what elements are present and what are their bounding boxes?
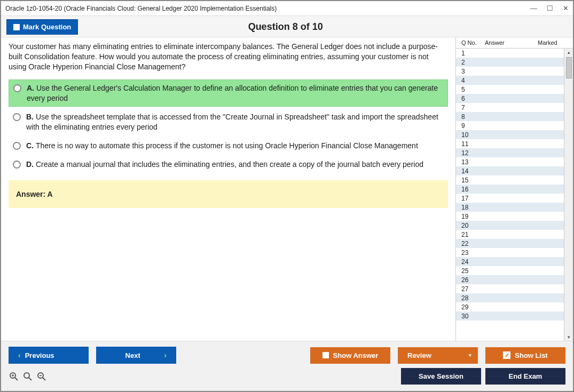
question-list-row[interactable]: 21 [456, 230, 564, 239]
main-column: Your customer has many eliminating entri… [1, 37, 455, 341]
zoom-out-icon[interactable] [36, 371, 47, 382]
next-label: Next [106, 351, 160, 359]
option-c[interactable]: C. There is no way to automate this proc… [9, 138, 448, 154]
square-icon [323, 352, 329, 358]
chevron-left-icon: ‹ [18, 351, 21, 359]
question-list-row[interactable]: 9 [456, 121, 564, 130]
scroll-down-icon[interactable]: ▾ [568, 333, 570, 341]
question-list-row[interactable]: 26 [456, 275, 564, 284]
end-exam-button[interactable]: End Exam [485, 368, 565, 385]
options-list: A. Use the General Ledger's Calculation … [9, 79, 448, 173]
next-button[interactable]: Next › [96, 347, 176, 364]
body-area: Your customer has many eliminating entri… [1, 37, 573, 341]
checkbox-icon [13, 24, 20, 30]
question-list-row[interactable]: 12 [456, 148, 564, 157]
scroll-up-icon[interactable]: ▴ [568, 49, 570, 56]
question-list-row[interactable]: 3 [456, 67, 564, 76]
question-list-row[interactable]: 13 [456, 157, 564, 166]
scrollbar[interactable]: ▴ ▾ [564, 49, 573, 341]
question-list-row[interactable]: 29 [456, 302, 564, 311]
question-list-row[interactable]: 6 [456, 94, 564, 103]
previous-label: Previous [25, 351, 54, 359]
option-text: D. Create a manual journal that includes… [26, 159, 423, 170]
svg-line-7 [43, 378, 45, 380]
footer-row-2: Save Session End Exam [9, 368, 565, 385]
question-list-row[interactable]: 23 [456, 248, 564, 257]
question-list-row[interactable]: 2 [456, 58, 564, 67]
question-list-row[interactable]: 28 [456, 293, 564, 302]
col-qno: Q No. [461, 39, 485, 46]
question-list-wrap: 1234567891011121314151617181920212223242… [456, 49, 573, 341]
minimize-icon[interactable]: — [530, 4, 537, 12]
review-label: Review [407, 351, 431, 359]
question-list-row[interactable]: 11 [456, 139, 564, 148]
radio-icon[interactable] [13, 142, 21, 150]
mark-question-label: Mark Question [23, 23, 71, 31]
radio-icon[interactable] [13, 161, 21, 169]
question-list-row[interactable]: 18 [456, 203, 564, 212]
review-button[interactable]: Review ▾ [398, 347, 478, 364]
question-list-row[interactable]: 14 [456, 166, 564, 175]
question-list-row[interactable]: 19 [456, 212, 564, 221]
question-list-row[interactable]: 25 [456, 266, 564, 275]
question-list-row[interactable]: 4 [456, 76, 564, 85]
save-session-button[interactable]: Save Session [401, 368, 481, 385]
option-text: C. There is no way to automate this proc… [26, 141, 418, 151]
question-list[interactable]: 1234567891011121314151617181920212223242… [456, 49, 564, 341]
mark-question-button[interactable]: Mark Question [6, 19, 78, 35]
question-list-row[interactable]: 15 [456, 175, 564, 185]
zoom-in-icon[interactable] [9, 371, 19, 382]
app-window: Oracle 1z0-1054-20 (Oracle Financials Cl… [0, 0, 574, 392]
question-list-row[interactable]: 5 [456, 85, 564, 94]
radio-icon[interactable] [13, 113, 21, 121]
question-list-row[interactable]: 24 [456, 257, 564, 266]
question-list-row[interactable]: 16 [456, 185, 564, 194]
question-list-row[interactable]: 30 [456, 311, 564, 321]
zoom-reset-icon[interactable] [22, 371, 33, 382]
window-title: Oracle 1z0-1054-20 (Oracle Financials Cl… [5, 5, 530, 12]
footer-row-1: ‹ Previous Next › Show Answer Review ▾ ✓… [9, 347, 565, 364]
option-text: A. Use the General Ledger's Calculation … [27, 83, 443, 103]
end-exam-label: End Exam [509, 372, 542, 380]
col-answer: Answer [485, 39, 538, 46]
question-list-row[interactable]: 7 [456, 103, 564, 112]
question-list-row[interactable]: 10 [456, 130, 564, 139]
svg-point-4 [24, 373, 29, 378]
svg-line-1 [15, 378, 18, 380]
answer-box: Answer: A [9, 180, 448, 208]
show-list-label: Show List [515, 351, 547, 359]
question-list-row[interactable]: 22 [456, 239, 564, 248]
caret-down-icon: ▾ [469, 353, 471, 358]
close-icon[interactable]: ✕ [563, 4, 569, 12]
question-list-header: Q No. Answer Marked [456, 37, 573, 49]
question-list-row[interactable]: 20 [456, 221, 564, 230]
question-list-row[interactable]: 17 [456, 194, 564, 203]
radio-icon[interactable] [13, 84, 21, 92]
question-counter: Question 8 of 10 [78, 21, 493, 33]
question-list-row[interactable]: 27 [456, 284, 564, 293]
titlebar: Oracle 1z0-1054-20 (Oracle Financials Cl… [1, 1, 573, 16]
header-row: Mark Question Question 8 of 10 [1, 16, 573, 37]
question-text: Your customer has many eliminating entri… [9, 42, 448, 72]
scroll-thumb[interactable] [566, 57, 572, 78]
save-session-label: Save Session [419, 372, 463, 380]
option-text: B. Use the spreadsheet template that is … [26, 112, 444, 132]
svg-line-5 [29, 378, 32, 380]
show-answer-label: Show Answer [333, 351, 379, 359]
option-b[interactable]: B. Use the spreadsheet template that is … [9, 109, 448, 135]
maximize-icon[interactable]: ☐ [547, 4, 553, 12]
chevron-right-icon: › [164, 351, 167, 359]
previous-button[interactable]: ‹ Previous [9, 347, 89, 364]
footer: ‹ Previous Next › Show Answer Review ▾ ✓… [1, 341, 573, 391]
question-list-row[interactable]: 8 [456, 112, 564, 121]
window-controls: — ☐ ✕ [530, 4, 569, 12]
question-list-row[interactable]: 1 [456, 49, 564, 58]
question-list-panel: Q No. Answer Marked 12345678910111213141… [455, 37, 573, 341]
check-icon: ✓ [503, 351, 510, 359]
zoom-controls [9, 371, 47, 382]
option-a[interactable]: A. Use the General Ledger's Calculation … [9, 79, 448, 107]
option-d[interactable]: D. Create a manual journal that includes… [9, 156, 448, 173]
show-list-button[interactable]: ✓ Show List [485, 347, 565, 364]
col-marked: Marked [538, 39, 570, 46]
show-answer-button[interactable]: Show Answer [310, 347, 390, 364]
